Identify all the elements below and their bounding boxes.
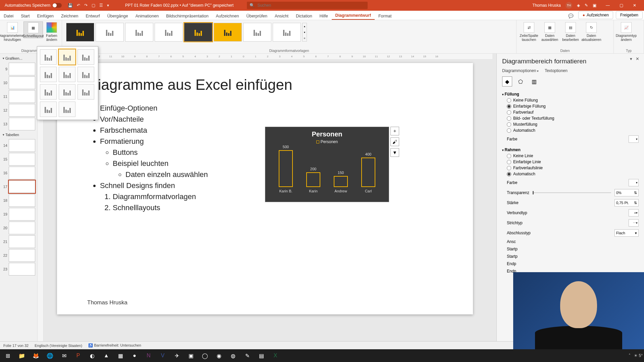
close-button[interactable]: ✕ [628,3,641,8]
compound-picker[interactable]: ≡▾ [629,209,639,217]
redo-icon[interactable]: ↷ [84,3,88,8]
slide-thumb-14[interactable]: 14 [2,139,35,152]
avatar[interactable]: TH [566,2,572,9]
app-icon-1[interactable]: ◐ [86,350,99,361]
slide-thumb-11[interactable]: 11 [2,90,35,103]
tray-chevron[interactable]: ˄ [629,353,631,358]
size-props-tab-icon[interactable]: ▥ [529,76,539,86]
app-icon-8[interactable]: ✎ [241,350,254,361]
layout-5[interactable] [59,67,75,82]
chart-style-2[interactable] [96,23,124,42]
transparency-slider[interactable] [533,192,611,193]
visio-icon[interactable]: V [156,350,169,361]
pane-tab-text-options[interactable]: Textoptionen [545,68,568,73]
app-icon-9[interactable]: ▤ [255,350,268,361]
pane-tab-chart-options[interactable]: Diagrammoptionen [502,68,539,73]
search-box[interactable]: 🔍 [247,2,368,9]
excel-icon[interactable]: X [269,350,282,361]
diamond-icon[interactable]: ◈ [577,3,580,8]
chart-style-4[interactable] [155,23,183,42]
search-input[interactable] [257,3,365,8]
chart-filters-button[interactable]: ▼ [390,148,399,157]
line-none[interactable]: Keine Linie [507,154,639,158]
select-data-button[interactable]: ▦Daten auswählen [540,21,559,42]
chart-legend[interactable]: Personen [269,139,385,144]
share-button[interactable]: Freigeben [616,11,643,19]
weather-widget[interactable]: ☀ 5° [634,353,643,358]
fill-pattern[interactable]: Musterfüllung [507,122,639,127]
layout-9[interactable] [77,84,94,100]
refresh-data-button[interactable]: ↻Daten aktualisieren [582,21,601,42]
slide-thumb-20[interactable]: 20 [2,222,35,234]
app-icon-5[interactable]: ◯ [199,350,211,361]
slide-thumb-23[interactable]: 23 [2,263,35,276]
tab-hilfe[interactable]: Hilfe [316,12,332,20]
onenote-icon[interactable]: N [142,350,155,361]
layout-11[interactable] [59,102,75,117]
app-icon-3[interactable]: ● [128,350,141,361]
chrome-icon[interactable]: 🌐 [44,350,56,361]
bullet-1[interactable]: Einfüge-Optionen [100,103,443,114]
chart-title[interactable]: Personen [269,130,385,138]
slide-canvas[interactable]: Diagramme aus Excel einfügen Einfüge-Opt… [57,63,473,314]
pane-options-icon[interactable]: ▾ [630,56,632,61]
effects-tab-icon[interactable]: ⬠ [516,76,526,86]
vlc-icon[interactable]: ▲ [100,350,113,361]
fill-none[interactable]: Keine Füllung [507,98,639,103]
tab-dictation[interactable]: Dictation [292,12,316,20]
app-icon-7[interactable]: ◍ [227,350,239,361]
slide-thumb-19[interactable]: 19 [2,208,35,221]
accessibility-status[interactable]: ♿ Barrierefreiheit: Untersuchen [88,343,141,348]
tab-entwurf[interactable]: Entwurf [82,12,103,20]
chart-bar-0[interactable]: 500Karin B. [276,145,296,193]
line-gradient[interactable]: Farbverlaufslinie [507,166,639,170]
slide-panel[interactable]: Grafiken... 910111213 Tabellen 141516171… [0,54,38,353]
maximize-button[interactable]: ▢ [614,3,628,8]
quick-layout-button[interactable]: ▦ Schnelllayout [23,21,43,38]
slide-thumb-22[interactable]: 22 [2,249,35,262]
slide-thumb-21[interactable]: 21 [2,235,35,248]
layout-1[interactable] [40,49,57,65]
slide-editor[interactable]: 1615141312111098765432101234567891011121… [38,54,496,353]
explorer-icon[interactable]: 📁 [15,350,28,361]
app-icon-2[interactable]: ▦ [114,350,127,361]
tab-datei[interactable]: Datei [0,12,17,20]
chart-styles-gallery[interactable]: ▴▾≡ [65,21,514,43]
change-chart-type-button[interactable]: 📈Diagrammtyp ändern [616,21,636,42]
chart-style-5-selected[interactable] [184,23,212,42]
user-name[interactable]: Thomas Hruska [532,3,561,8]
gallery-scroll[interactable]: ▴▾≡ [302,23,307,42]
pane-close-icon[interactable]: ✕ [636,56,639,61]
dash-picker[interactable]: ⋯▾ [629,219,639,227]
chart-plot-area[interactable]: 500Karin B.200Karin150Andrew400Carl [269,146,385,193]
tab-uebergaenge[interactable]: Übergänge [104,12,132,20]
chart-bar-1[interactable]: 200Karin [303,167,323,193]
slide-thumb-17[interactable]: 17 [2,180,35,193]
chart-styles-button[interactable]: 🖌 [390,137,399,146]
filename[interactable]: PPT 01 Roter Faden 002.pptx • Auf "diese… [125,3,233,8]
change-colors-button[interactable]: Farben ändern [44,21,59,42]
chart-bar-2[interactable]: 150Andrew [331,171,351,193]
save-icon[interactable]: 💾 [68,3,73,8]
tab-bildschirmpraesentation[interactable]: Bildschirmpräsentation [162,12,212,20]
slide-thumb-9[interactable]: 9 [2,63,35,75]
fill-picture[interactable]: Bild- oder Texturfüllung [507,116,639,121]
slide-thumb-16[interactable]: 16 [2,167,35,179]
fill-gradient[interactable]: Farbverlauf [507,110,639,115]
bullet-5-2[interactable]: Schnelllayouts [113,202,443,213]
edit-data-button[interactable]: ▤Daten bearbeiten [561,21,580,42]
start-button[interactable]: ⊞ [1,350,14,361]
autosave-toggle[interactable]: Automatisches Speichern [5,3,62,8]
line-auto[interactable]: Automatisch [507,172,639,176]
section-border[interactable]: Rahmen [502,147,639,152]
touch-mode-icon[interactable]: ☰ [99,3,103,8]
slide-thumb-15[interactable]: 15 [2,153,35,166]
line-color-picker[interactable]: ▾ [629,179,639,186]
chart-style-3[interactable] [125,23,153,42]
fill-color-picker[interactable]: ▾ [629,135,639,143]
fill-line-tab-icon[interactable]: ◆ [502,76,512,86]
fill-solid[interactable]: Einfarbige Füllung [507,104,639,109]
telegram-icon[interactable]: ✈ [170,350,183,361]
tab-diagrammentwurf[interactable]: Diagrammentwurf [332,11,375,20]
tab-animationen[interactable]: Animationen [132,12,163,20]
